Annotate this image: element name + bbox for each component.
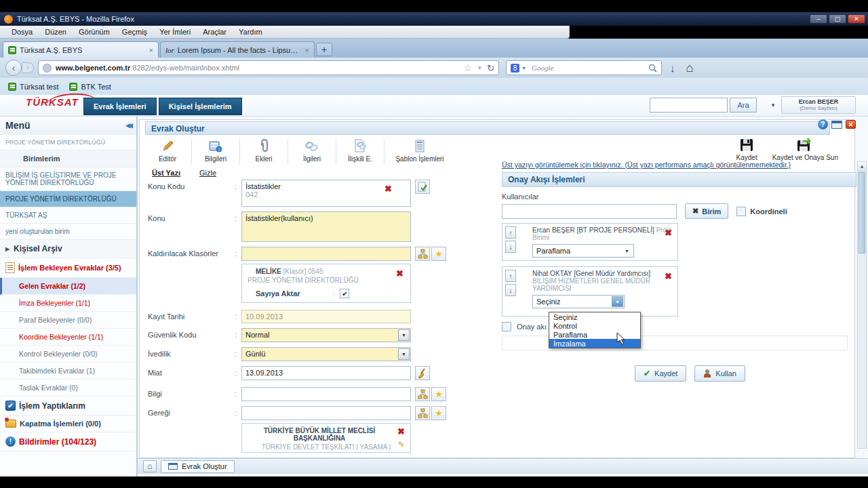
sidebar-unit-yeni-birim[interactable]: yeni oluşturulan birim	[0, 224, 136, 240]
sidebar-item-paraf-bekleyenler[interactable]: Paraf Bekleyenler (0/0)	[0, 312, 136, 329]
konu-kodu-select-button[interactable]	[415, 180, 430, 194]
new-tab-button[interactable]: +	[316, 43, 332, 56]
org-tree-icon-button[interactable]	[415, 406, 430, 420]
favorites-icon-button[interactable]: ★	[431, 247, 446, 261]
menu-yardim[interactable]: Yardım	[233, 26, 269, 37]
downloads-icon[interactable]: ↓	[670, 62, 675, 74]
konu-kodu-field[interactable]: İstatistikler 042 ✖	[241, 180, 411, 207]
org-tree-icon-button[interactable]	[415, 247, 430, 261]
menu-gorunum[interactable]: Görünüm	[73, 26, 116, 37]
move-up-button[interactable]: ↑	[505, 226, 516, 239]
remove-konu-kodu-icon[interactable]: ✖	[384, 184, 392, 194]
bookmark-btk-test[interactable]: BTK Test	[65, 81, 115, 92]
sidebar-item-takibimdeki-evraklar[interactable]: Takibimdeki Evraklar (1)	[0, 363, 136, 380]
sidebar-unit-proje-yonetim[interactable]: PROJE YÖNETİM DİREKTÖRLÜĞÜ	[0, 191, 136, 207]
koordineli-checkbox[interactable]	[736, 207, 746, 216]
onay-akisi-kaydet-checkbox[interactable]	[502, 322, 511, 331]
tab-close-icon[interactable]: ×	[305, 46, 309, 54]
favorites-icon-button[interactable]: ★	[431, 387, 446, 401]
onay-kullan-button[interactable]: Kullan	[694, 365, 745, 382]
scrollbar-thumb[interactable]	[859, 172, 865, 253]
birim-button[interactable]: ✖ Birim	[685, 203, 728, 219]
header-search-input[interactable]	[650, 98, 728, 113]
klasorler-input[interactable]	[241, 247, 411, 261]
ekleri-button[interactable]: Ekleri	[244, 138, 283, 163]
window-panel-icon[interactable]	[831, 121, 842, 129]
site-identity-icon[interactable]	[43, 64, 52, 73]
header-search-button[interactable]: Ara	[730, 98, 757, 113]
select-caret-icon[interactable]: ▼	[398, 348, 410, 360]
panel-close-icon[interactable]: ✕	[846, 120, 856, 129]
sidebar-item-bildirimler[interactable]: ! Bildirimler (104/123)	[0, 432, 136, 451]
scroll-up-icon[interactable]: ▲	[858, 162, 866, 171]
sidebar-item-imza-bekleyenler[interactable]: İmza Bekleyenler (1/1)	[0, 295, 136, 312]
forward-button[interactable]: ›	[22, 62, 34, 73]
remove-klasor-icon[interactable]: ✖	[396, 268, 403, 279]
remove-approver-icon[interactable]: ✖	[665, 271, 672, 281]
bilgileri-button[interactable]: i Bilgileri	[196, 138, 235, 163]
minimize-button[interactable]: –	[810, 14, 827, 24]
sidebar-item-kontrol-bekleyenler[interactable]: Kontrol Bekleyenler (0/0)	[0, 346, 136, 363]
remove-geregi-icon[interactable]: ✖	[397, 426, 405, 436]
sidebar-item-kapatma-islemleri[interactable]: Kapatma İşlemleri (0/0)	[0, 415, 136, 432]
close-button[interactable]: ✕	[848, 14, 865, 24]
move-up-button[interactable]: ↑	[505, 270, 516, 282]
select-caret-icon[interactable]: ▼	[398, 329, 410, 341]
maximize-button[interactable]: ▢	[829, 14, 846, 24]
move-down-button[interactable]: ↓	[505, 241, 516, 253]
tab-close-icon[interactable]: ×	[149, 46, 153, 54]
sidebar-item-kisisel-arsiv[interactable]: ▶ Kişisel Arşiv	[0, 240, 136, 258]
back-button[interactable]: ‹	[5, 60, 22, 76]
magnifier-icon[interactable]	[648, 64, 657, 73]
move-down-button[interactable]: ↓	[505, 284, 516, 296]
sidebar-item-koordine-bekleyenler[interactable]: Koordine Bekleyenler (1/1)	[0, 329, 136, 346]
kullanici-search-input[interactable]	[502, 204, 677, 219]
org-tree-icon-button[interactable]	[415, 387, 430, 401]
approval-action-select-open[interactable]: Seçiniz ▼	[532, 295, 625, 308]
sidebar-item-islem-yaptiklarim[interactable]: ✔ İşlem Yaptıklarım	[0, 396, 136, 415]
sidebar-unit-bilisim[interactable]: BİLİŞİM İŞ GELİŞTİRME VE PROJE YÖNETİMİ …	[0, 167, 136, 191]
ust-yazi-link[interactable]: Üst Yazı	[152, 169, 180, 177]
kaydet-onaya-sun-button[interactable]: Kaydet ve Onaya Sun	[772, 138, 838, 161]
gizle-link[interactable]: Gizle	[199, 169, 216, 177]
menu-gecmis[interactable]: Geçmiş	[116, 26, 153, 37]
editor-button[interactable]: Editör	[148, 138, 187, 163]
iliskili-evrak-button[interactable]: İlişkili E.	[340, 138, 380, 163]
clear-date-button[interactable]	[415, 366, 430, 380]
menu-duzen[interactable]: Düzen	[39, 26, 73, 37]
sablon-islemleri-button[interactable]: Şablon İşlemleri	[389, 138, 451, 163]
help-icon[interactable]: ?	[818, 119, 828, 129]
search-engine-caret-icon[interactable]: ▼	[521, 66, 526, 70]
edit-geregi-icon[interactable]: ✎	[398, 440, 405, 449]
url-bar[interactable]: www.belgenet.com.tr :8282/edys-web/mainI…	[38, 60, 499, 75]
miat-input[interactable]: 13.09.2013	[241, 366, 411, 380]
bookmark-star-icon[interactable]: ☆	[464, 62, 473, 73]
favorites-icon-button[interactable]: ★	[431, 406, 446, 420]
dropdown-option-seciniz[interactable]: Seçiniz	[549, 312, 640, 321]
ilgileri-button[interactable]: İlgileri	[292, 138, 332, 163]
menu-dosya[interactable]: Dosya	[5, 26, 39, 37]
menu-yerimleri[interactable]: Yer İmleri	[153, 26, 197, 37]
user-menu-button[interactable]: Ercan BEŞER (Demo Sayfası)	[781, 96, 856, 114]
remove-approver-icon[interactable]: ✖	[665, 228, 672, 238]
bookmark-turksat-test[interactable]: Türksat test	[4, 81, 62, 92]
search-box[interactable]: 8 ▼ Google	[506, 60, 662, 75]
menu-araclar[interactable]: Araçlar	[197, 26, 233, 37]
reload-icon[interactable]: ↻	[487, 63, 494, 73]
tab-lorem-ipsum[interactable]: lor Lorem Ipsum - All the facts - Lipsum…	[160, 41, 315, 58]
sidebar-collapse-icon[interactable]: ◀◀	[125, 122, 131, 129]
dropdown-option-kontrol[interactable]: Kontrol	[549, 321, 640, 330]
user-menu-caret-icon[interactable]: ▼	[770, 102, 776, 108]
guvenlik-select[interactable]: Normal ▼	[241, 328, 411, 342]
onay-kaydet-button[interactable]: ✔ Kaydet	[635, 365, 686, 382]
url-dropdown-icon[interactable]: ▼	[477, 65, 482, 71]
geregi-input[interactable]	[241, 406, 411, 420]
sidebar-item-taslak-evraklar[interactable]: Taslak Evraklar (0)	[0, 380, 136, 396]
approval-action-select[interactable]: Paraflama ▼	[532, 244, 634, 258]
home-taskbar-icon[interactable]: ⌂	[143, 460, 157, 472]
home-icon[interactable]: ⌂	[686, 61, 694, 75]
sidebar-unit-turksat-as[interactable]: TÜRKSAT AŞ	[0, 207, 136, 224]
nav-tab-kisisel-islemlerim[interactable]: Kişisel İşlemlerim	[159, 98, 242, 115]
sayiya-aktar-checkbox[interactable]: ✔	[340, 289, 349, 298]
taskbar-tab-evrak-olustur[interactable]: Evrak Oluştur	[161, 460, 235, 473]
